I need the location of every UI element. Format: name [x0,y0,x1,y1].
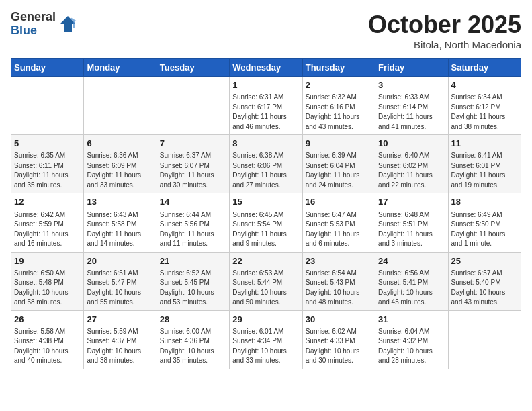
calendar-week-row: 5Sunrise: 6:35 AM Sunset: 6:11 PM Daylig… [11,135,521,193]
day-number: 21 [160,255,226,267]
day-number: 19 [14,255,81,267]
calendar-cell: 28Sunrise: 6:00 AM Sunset: 4:36 PM Dayli… [157,310,229,369]
calendar-cell: 11Sunrise: 6:41 AM Sunset: 6:01 PM Dayli… [448,135,521,193]
calendar-cell: 22Sunrise: 6:53 AM Sunset: 5:44 PM Dayli… [230,252,302,310]
day-info: Sunrise: 6:41 AM Sunset: 6:01 PM Dayligh… [451,151,518,190]
weekday-header-row: SundayMondayTuesdayWednesdayThursdayFrid… [11,59,521,77]
calendar-cell: 7Sunrise: 6:37 AM Sunset: 6:07 PM Daylig… [157,135,229,193]
weekday-header: Tuesday [157,59,229,77]
logo-blue: Blue [11,24,56,38]
day-number: 2 [306,79,372,91]
day-info: Sunrise: 6:32 AM Sunset: 6:16 PM Dayligh… [306,93,372,132]
day-info: Sunrise: 6:53 AM Sunset: 5:44 PM Dayligh… [232,269,299,308]
day-number: 13 [87,196,153,208]
month-title: October 2025 [368,11,521,39]
calendar-week-row: 1Sunrise: 6:31 AM Sunset: 6:17 PM Daylig… [11,77,521,135]
day-info: Sunrise: 6:04 AM Sunset: 4:32 PM Dayligh… [378,327,445,366]
calendar-cell: 23Sunrise: 6:54 AM Sunset: 5:43 PM Dayli… [302,252,375,310]
calendar-cell: 21Sunrise: 6:52 AM Sunset: 5:45 PM Dayli… [157,252,229,310]
day-number: 11 [451,138,518,150]
day-info: Sunrise: 6:33 AM Sunset: 6:14 PM Dayligh… [378,93,445,132]
day-info: Sunrise: 6:47 AM Sunset: 5:53 PM Dayligh… [306,210,372,249]
logo-general: General [11,11,56,24]
day-number: 3 [378,79,445,91]
day-number: 8 [232,138,299,150]
calendar-cell: 29Sunrise: 6:01 AM Sunset: 4:34 PM Dayli… [230,310,302,369]
weekday-header: Wednesday [230,59,302,77]
calendar-cell: 9Sunrise: 6:39 AM Sunset: 6:04 PM Daylig… [302,135,375,193]
weekday-header: Saturday [448,59,521,77]
day-info: Sunrise: 5:58 AM Sunset: 4:38 PM Dayligh… [14,327,81,366]
calendar-cell: 19Sunrise: 6:50 AM Sunset: 5:48 PM Dayli… [11,252,84,310]
day-info: Sunrise: 6:38 AM Sunset: 6:06 PM Dayligh… [232,151,299,190]
day-number: 22 [232,255,299,267]
calendar-cell: 1Sunrise: 6:31 AM Sunset: 6:17 PM Daylig… [230,77,302,135]
day-info: Sunrise: 6:57 AM Sunset: 5:40 PM Dayligh… [451,269,518,308]
weekday-header: Sunday [11,59,84,77]
day-info: Sunrise: 6:00 AM Sunset: 4:36 PM Dayligh… [160,327,226,366]
calendar-cell: 31Sunrise: 6:04 AM Sunset: 4:32 PM Dayli… [375,310,448,369]
day-number: 25 [451,255,518,267]
calendar-week-row: 12Sunrise: 6:42 AM Sunset: 5:59 PM Dayli… [11,193,521,252]
calendar-cell: 17Sunrise: 6:48 AM Sunset: 5:51 PM Dayli… [375,193,448,252]
calendar-cell: 20Sunrise: 6:51 AM Sunset: 5:47 PM Dayli… [84,252,157,310]
day-number: 9 [306,138,372,150]
day-number: 18 [451,196,518,208]
calendar-cell: 13Sunrise: 6:43 AM Sunset: 5:58 PM Dayli… [84,193,157,252]
day-info: Sunrise: 6:40 AM Sunset: 6:02 PM Dayligh… [378,151,445,190]
calendar-cell: 25Sunrise: 6:57 AM Sunset: 5:40 PM Dayli… [448,252,521,310]
day-number: 31 [378,314,445,326]
day-number: 14 [160,196,226,208]
page-header: General Blue October 2025 Bitola, North … [11,11,521,50]
calendar-cell: 5Sunrise: 6:35 AM Sunset: 6:11 PM Daylig… [11,135,84,193]
day-number: 4 [451,79,518,91]
day-number: 6 [87,138,153,150]
calendar-table: SundayMondayTuesdayWednesdayThursdayFrid… [11,58,521,369]
weekday-header: Friday [375,59,448,77]
day-number: 10 [378,138,445,150]
calendar-cell: 24Sunrise: 6:56 AM Sunset: 5:41 PM Dayli… [375,252,448,310]
calendar-cell [448,310,521,369]
calendar-cell: 27Sunrise: 5:59 AM Sunset: 4:37 PM Dayli… [84,310,157,369]
day-number: 12 [14,196,81,208]
calendar-cell: 16Sunrise: 6:47 AM Sunset: 5:53 PM Dayli… [302,193,375,252]
day-number: 16 [306,196,372,208]
day-info: Sunrise: 6:02 AM Sunset: 4:33 PM Dayligh… [306,327,372,366]
day-info: Sunrise: 6:49 AM Sunset: 5:50 PM Dayligh… [451,210,518,249]
day-info: Sunrise: 6:35 AM Sunset: 6:11 PM Dayligh… [14,151,81,190]
weekday-header: Thursday [302,59,375,77]
calendar-cell: 15Sunrise: 6:45 AM Sunset: 5:54 PM Dayli… [230,193,302,252]
calendar-week-row: 19Sunrise: 6:50 AM Sunset: 5:48 PM Dayli… [11,252,521,310]
day-number: 20 [87,255,153,267]
calendar-cell [157,77,229,135]
calendar-cell: 18Sunrise: 6:49 AM Sunset: 5:50 PM Dayli… [448,193,521,252]
calendar-cell: 12Sunrise: 6:42 AM Sunset: 5:59 PM Dayli… [11,193,84,252]
day-number: 15 [232,196,299,208]
calendar-cell: 10Sunrise: 6:40 AM Sunset: 6:02 PM Dayli… [375,135,448,193]
day-info: Sunrise: 5:59 AM Sunset: 4:37 PM Dayligh… [87,327,153,366]
day-number: 28 [160,314,226,326]
calendar-cell: 3Sunrise: 6:33 AM Sunset: 6:14 PM Daylig… [375,77,448,135]
day-number: 5 [14,138,81,150]
day-info: Sunrise: 6:51 AM Sunset: 5:47 PM Dayligh… [87,269,153,308]
calendar-cell: 26Sunrise: 5:58 AM Sunset: 4:38 PM Dayli… [11,310,84,369]
day-info: Sunrise: 6:39 AM Sunset: 6:04 PM Dayligh… [306,151,372,190]
calendar-week-row: 26Sunrise: 5:58 AM Sunset: 4:38 PM Dayli… [11,310,521,369]
calendar-cell [84,77,157,135]
day-info: Sunrise: 6:37 AM Sunset: 6:07 PM Dayligh… [160,151,226,190]
logo-icon [58,15,77,34]
calendar-cell: 8Sunrise: 6:38 AM Sunset: 6:06 PM Daylig… [230,135,302,193]
day-info: Sunrise: 6:42 AM Sunset: 5:59 PM Dayligh… [14,210,81,249]
day-number: 23 [306,255,372,267]
day-info: Sunrise: 6:45 AM Sunset: 5:54 PM Dayligh… [232,210,299,249]
day-number: 1 [232,79,299,91]
day-info: Sunrise: 6:34 AM Sunset: 6:12 PM Dayligh… [451,93,518,132]
logo: General Blue [11,11,77,38]
day-info: Sunrise: 6:36 AM Sunset: 6:09 PM Dayligh… [87,151,153,190]
day-info: Sunrise: 6:50 AM Sunset: 5:48 PM Dayligh… [14,269,81,308]
day-number: 29 [232,314,299,326]
calendar-cell: 4Sunrise: 6:34 AM Sunset: 6:12 PM Daylig… [448,77,521,135]
day-info: Sunrise: 6:54 AM Sunset: 5:43 PM Dayligh… [306,269,372,308]
calendar-cell [11,77,84,135]
day-number: 27 [87,314,153,326]
